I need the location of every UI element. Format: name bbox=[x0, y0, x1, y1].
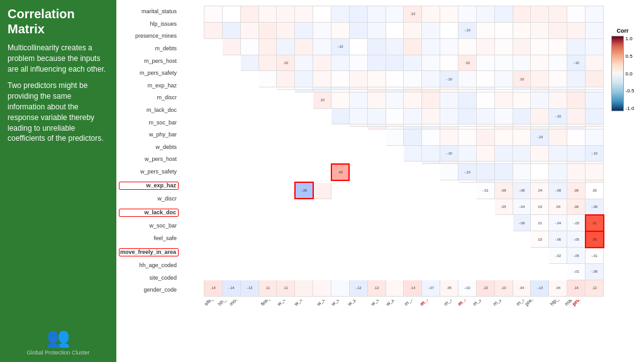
cell-11-20 bbox=[567, 129, 586, 145]
cell-20-16 bbox=[494, 248, 513, 264]
cell-18-2 bbox=[240, 215, 258, 231]
cell-2-7: -.10 bbox=[331, 38, 350, 55]
cell-21-9 bbox=[367, 264, 386, 280]
cell-12-20 bbox=[567, 145, 586, 162]
cell-20-12 bbox=[422, 248, 440, 264]
cell-17-21: -.09 bbox=[586, 199, 604, 215]
cell-0-18 bbox=[531, 6, 549, 23]
col-label-wrap-18: presence_mines bbox=[535, 300, 546, 309]
row-label-marital_status: marital_status bbox=[119, 9, 179, 14]
cell-12-1 bbox=[222, 145, 240, 162]
cell-19-10 bbox=[386, 231, 404, 248]
cell-1-15 bbox=[476, 22, 494, 38]
cell-14-17 bbox=[513, 164, 531, 180]
cell-7-20 bbox=[567, 92, 586, 108]
cell-11-10 bbox=[386, 129, 404, 145]
cell-14-4 bbox=[277, 164, 295, 180]
cell-1-4 bbox=[277, 22, 295, 38]
cell-12-6 bbox=[313, 145, 331, 162]
cell-2-13 bbox=[440, 38, 458, 55]
cell-14-21 bbox=[586, 164, 604, 180]
cell-14-1 bbox=[222, 164, 240, 180]
cell-2-2 bbox=[240, 38, 258, 55]
cell-21-19 bbox=[549, 264, 567, 280]
cell-16-6 bbox=[313, 182, 331, 199]
cell-4-6 bbox=[313, 71, 331, 87]
cell-22-11: .14 bbox=[404, 280, 422, 296]
col-label-wrap-15: m_pers_safety bbox=[480, 300, 491, 309]
cell-21-21: -.08 bbox=[586, 264, 604, 280]
cell-12-11 bbox=[404, 145, 422, 162]
cell-8-13 bbox=[440, 108, 458, 124]
cell-4-2 bbox=[240, 71, 258, 87]
cell-21-11 bbox=[404, 264, 422, 280]
cell-0-2 bbox=[240, 6, 258, 23]
col-label-wrap-16: m_pers_host bbox=[498, 300, 509, 309]
col-label-wrap-8: w_pers_host bbox=[353, 300, 364, 309]
cell-2-17 bbox=[513, 38, 531, 55]
cell-19-7 bbox=[331, 231, 350, 248]
cell-11-13 bbox=[440, 129, 458, 145]
cell-18-20: -.03 bbox=[567, 215, 586, 231]
cell-7-17 bbox=[513, 92, 531, 108]
cell-22-1: -.14 bbox=[222, 280, 240, 296]
cell-21-16 bbox=[494, 264, 513, 280]
cell-21-15 bbox=[476, 264, 494, 280]
cell-17-12 bbox=[422, 199, 440, 215]
cell-14-9 bbox=[367, 164, 386, 180]
cell-19-17 bbox=[513, 231, 531, 248]
cell-19-4 bbox=[277, 231, 295, 248]
cell-7-16 bbox=[494, 92, 513, 108]
cell-18-7 bbox=[331, 215, 350, 231]
cell-1-8 bbox=[349, 22, 367, 38]
cell-11-6 bbox=[313, 129, 331, 145]
cell-22-13: .05 bbox=[440, 280, 458, 296]
cell-20-11 bbox=[404, 248, 422, 264]
cell-2-15 bbox=[476, 38, 494, 55]
cell-3-7 bbox=[331, 55, 350, 71]
cell-2-16 bbox=[494, 38, 513, 55]
cell-16-18: .04 bbox=[531, 182, 549, 199]
row-label-move_freely_in_area: move_freely_in_area bbox=[119, 248, 179, 256]
cell-12-19 bbox=[549, 145, 567, 162]
cell-20-2 bbox=[240, 248, 258, 264]
cell-3-6 bbox=[313, 55, 331, 71]
table-row: .10.10-.10 bbox=[204, 55, 604, 71]
cell-12-12 bbox=[422, 145, 440, 162]
cell-16-8 bbox=[349, 182, 367, 199]
cell-22-18: -.13 bbox=[531, 280, 549, 296]
logo-icon: 👥 bbox=[47, 326, 70, 348]
cell-19-15 bbox=[476, 231, 494, 248]
cell-4-19 bbox=[549, 71, 567, 87]
cell-1-9 bbox=[367, 22, 386, 38]
cell-2-0 bbox=[204, 38, 223, 55]
cell-18-14 bbox=[458, 215, 477, 231]
row-label-w_exp_haz: w_exp_haz bbox=[119, 182, 179, 190]
cell-14-16 bbox=[494, 164, 513, 180]
cell-16-5: -.38 bbox=[295, 182, 313, 199]
cell-0-15 bbox=[476, 6, 494, 23]
cell-8-6 bbox=[313, 108, 331, 124]
cell-18-6 bbox=[313, 215, 331, 231]
cell-21-3 bbox=[258, 264, 277, 280]
col-label-wrap-12: m_lack_doc bbox=[425, 300, 436, 309]
cell-0-5 bbox=[295, 6, 313, 23]
table-row: .05-.04.02.04.09-.09 bbox=[204, 199, 604, 215]
cell-1-16 bbox=[494, 22, 513, 38]
cell-19-11 bbox=[404, 231, 422, 248]
cell-3-8 bbox=[349, 55, 367, 71]
cell-11-1 bbox=[222, 129, 240, 145]
cell-17-15 bbox=[476, 199, 494, 215]
cell-12-17 bbox=[513, 145, 531, 162]
row-label-w_debts: w_debts bbox=[119, 145, 179, 150]
cell-16-9 bbox=[367, 182, 386, 199]
cell-0-21 bbox=[586, 6, 604, 23]
cell-16-11 bbox=[404, 182, 422, 199]
cell-22-15: .13 bbox=[476, 280, 494, 296]
row-label-m_pers_host: m_pers_host bbox=[119, 58, 179, 64]
cell-4-10 bbox=[386, 71, 404, 87]
cell-20-20: -.05 bbox=[567, 248, 586, 264]
cell-11-18: -.10 bbox=[531, 129, 549, 145]
cell-0-17 bbox=[513, 6, 531, 23]
cell-3-17 bbox=[513, 55, 531, 71]
